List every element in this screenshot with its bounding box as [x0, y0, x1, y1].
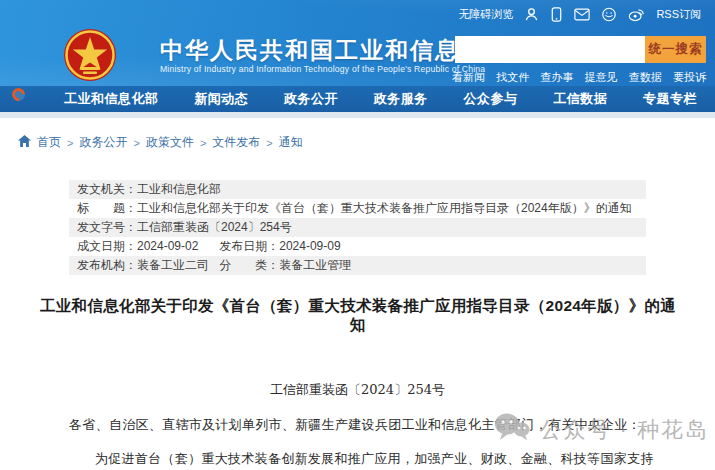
meta-cell: 发文字号：工信部重装函〔2024〕254号 — [77, 218, 646, 237]
meta-row-dates: 成文日期：2024-09-02 发布日期：2024-09-09 — [69, 237, 646, 256]
nav-item-news[interactable]: 新闻动态 — [194, 90, 248, 108]
nav-item-data[interactable]: 工信数据 — [553, 90, 607, 108]
quick-link-news[interactable]: 看新闻 — [452, 70, 485, 85]
page: 无障碍浏览 RSS订阅 — [0, 0, 715, 470]
quick-links: 看新闻 找文件 查办事 提意见 查数据 要投诉 — [452, 70, 706, 85]
home-icon[interactable] — [18, 135, 31, 150]
weibo-icon[interactable] — [628, 7, 645, 22]
search-button[interactable]: 统一搜索 — [645, 36, 706, 63]
meta-cell: 分 类：装备工业管理 — [219, 256, 646, 275]
rss-link[interactable]: RSS订阅 — [656, 7, 701, 22]
wechat-watermark-icon — [494, 412, 530, 448]
meta-row-publisher: 发布机构：装备工业二司 分 类：装备工业管理 — [69, 256, 646, 275]
mobile-icon[interactable] — [550, 7, 563, 22]
main-nav: 工业和信息化部 新闻动态 政务公开 政务服务 公众参与 工信数据 专题专栏 — [0, 86, 715, 112]
quick-link-complaint[interactable]: 要投诉 — [673, 70, 706, 85]
utility-bar: 无障碍浏览 RSS订阅 — [458, 7, 701, 22]
breadcrumb-file-release[interactable]: 文件发布 — [212, 134, 260, 151]
breadcrumb: 首页 > 政务公开 > 政策文件 > 文件发布 > 通知 — [18, 134, 303, 151]
national-emblem-logo — [62, 27, 118, 83]
meta-cell: 发布机构：装备工业二司 — [77, 256, 219, 275]
accessibility-link[interactable]: 无障碍浏览 — [458, 7, 513, 22]
meta-row-issuing-agency: 发文机关：工业和信息化部 — [69, 180, 646, 199]
nav-bottom-strip — [0, 112, 715, 118]
breadcrumb-home[interactable]: 首页 — [37, 134, 61, 151]
nav-item-home[interactable]: 工业和信息化部 — [64, 90, 159, 108]
meta-cell: 成文日期：2024-09-02 — [77, 237, 219, 256]
breadcrumb-separator: > — [200, 137, 206, 149]
nav-item-gov-service[interactable]: 政务服务 — [374, 90, 428, 108]
site-header: 无障碍浏览 RSS订阅 — [0, 0, 715, 86]
nav-item-participation[interactable]: 公众参与 — [464, 90, 518, 108]
meta-cell: 发布日期：2024-09-09 — [219, 237, 646, 256]
watermark: 公众号 · 种花岛 — [494, 412, 709, 448]
nav-item-topics[interactable]: 专题专栏 — [643, 90, 697, 108]
search-input[interactable] — [455, 36, 645, 63]
quick-link-data[interactable]: 查数据 — [629, 70, 662, 85]
mail-icon[interactable] — [574, 8, 590, 21]
site-subtitle-en: Ministry of Industry and Information Tec… — [160, 64, 485, 74]
breadcrumb-separator: > — [67, 137, 73, 149]
article-paragraph: 为促进首台（套）重大技术装备创新发展和推广应用，加强产业、财政、金融、科技等国家… — [69, 450, 665, 470]
doc-meta-table: 发文机关：工业和信息化部 标 题：工业和信息化部关于印发《首台（套）重大技术装备… — [69, 180, 646, 275]
breadcrumb-separator: > — [133, 137, 139, 149]
quick-link-services[interactable]: 查办事 — [540, 70, 573, 85]
meta-row-doc-number: 发文字号：工信部重装函〔2024〕254号 — [69, 218, 646, 237]
watermark-text: 公众号 · 种花岛 — [539, 415, 709, 445]
breadcrumb-policy-files[interactable]: 政策文件 — [146, 134, 194, 151]
breadcrumb-notice[interactable]: 通知 — [279, 134, 303, 151]
breadcrumb-separator: > — [266, 137, 272, 149]
nav-item-gov-open[interactable]: 政务公开 — [284, 90, 338, 108]
quick-link-feedback[interactable]: 提意见 — [585, 70, 618, 85]
meta-cell: 发文机关：工业和信息化部 — [77, 180, 646, 199]
quick-link-files[interactable]: 找文件 — [496, 70, 529, 85]
search-box: 统一搜索 — [455, 36, 706, 63]
meta-cell: 标 题：工业和信息化部关于印发《首台（套）重大技术装备推广应用指导目录（2024… — [77, 199, 646, 218]
breadcrumb-gov-open[interactable]: 政务公开 — [79, 134, 127, 151]
wechat-icon[interactable] — [601, 7, 617, 22]
elderly-mode-icon[interactable] — [524, 7, 539, 22]
article-title: 工业和信息化部关于印发《首台（套）重大技术装备推广应用指导目录（2024年版）》… — [38, 296, 678, 334]
meta-row-title: 标 题：工业和信息化部关于印发《首台（套）重大技术装备推广应用指导目录（2024… — [69, 199, 646, 218]
doc-number-line: 工信部重装函〔2024〕254号 — [0, 381, 715, 399]
